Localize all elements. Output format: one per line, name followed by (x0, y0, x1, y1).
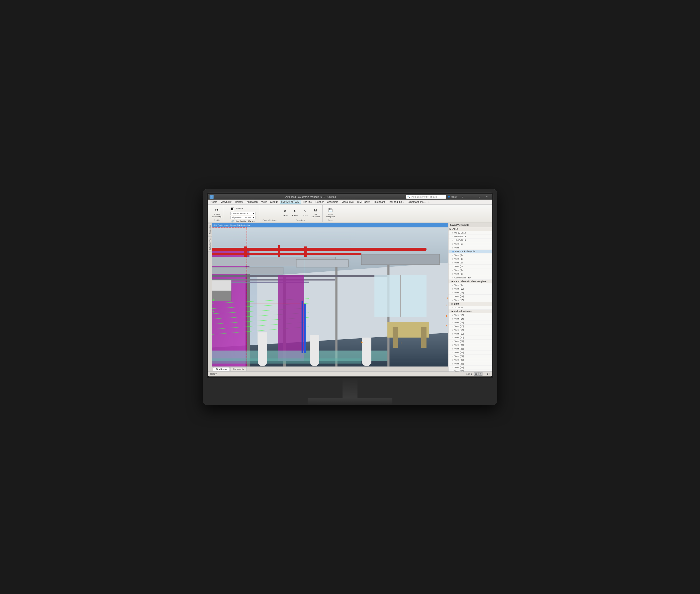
vp-icon: ○ (452, 291, 453, 294)
svg-rect-46 (302, 301, 303, 353)
vp-item[interactable]: ○View (17) (448, 321, 492, 325)
menu-export-addins[interactable]: Export add-ins 1 (406, 200, 427, 204)
vp-item[interactable]: ○View (448, 246, 492, 250)
vp-item[interactable]: ○View (28) (448, 369, 492, 371)
menu-render[interactable]: Render (314, 200, 325, 204)
vp-folder[interactable]: ▶.P01B (448, 227, 492, 231)
menu-bim-track[interactable]: BIM Track® (356, 200, 371, 204)
ribbon: ✂ EnableSectioning Enable ◧ (208, 205, 492, 223)
menu-visual-live[interactable]: Visual Live (340, 200, 355, 204)
enable-sectioning-button[interactable]: ✂ EnableSectioning (211, 206, 222, 219)
maximize-button[interactable]: □ (476, 195, 483, 199)
menu-sectioning-tools[interactable]: Sectioning Tools (280, 200, 301, 204)
vp-item[interactable]: ○View (9) (448, 284, 492, 287)
menu-home[interactable]: Home (209, 200, 219, 204)
save-viewpoint-button[interactable]: 💾 SaveViewpoint (325, 206, 336, 219)
vp-folder[interactable]: ▶Shift (448, 302, 492, 306)
vp-item[interactable]: ○View (23) (448, 347, 492, 351)
menu-animation[interactable]: Animation (245, 200, 259, 204)
planes-button[interactable]: ◧ Planes ▾ (229, 206, 244, 211)
vp-icon: ○ (452, 232, 453, 234)
vp-item[interactable]: ○View (26) (448, 362, 492, 366)
vp-item[interactable]: ○View (19) (448, 332, 492, 336)
monitor: N Autodesk Navisworks Manage 2019 - Unti… (203, 189, 497, 405)
vp-item[interactable]: ○View (21) (448, 339, 492, 343)
vp-item[interactable]: ○View (16) (448, 325, 492, 328)
list-view-button[interactable]: ≡ (478, 372, 482, 376)
menu-tool-addins[interactable]: Tool add-ins 1 (387, 200, 405, 204)
vp-item[interactable]: ○View (20) (448, 336, 492, 339)
vp-item[interactable]: ○3D View (448, 306, 492, 309)
vp-icon: ◉ (452, 250, 454, 253)
vp-item[interactable]: ○View (7) (448, 265, 492, 268)
vp-item[interactable]: ○View (11) (448, 291, 492, 295)
menu-bluebeam[interactable]: Bluebeam (372, 200, 387, 204)
help-button[interactable]: ? (459, 195, 466, 199)
vp-item[interactable]: ○09-19-2019 (448, 231, 492, 235)
sidebar-tab-selection-tree[interactable]: Selection Tree (208, 236, 212, 252)
menu-assemble[interactable]: Assemble (326, 200, 339, 204)
menu-output[interactable]: Output (269, 200, 279, 204)
viewpoints-list[interactable]: ▶.P01B○09-19-2019○09-26-2019○10-10-2019○… (448, 227, 492, 371)
menu-viewpoint[interactable]: Viewpoint (219, 200, 233, 204)
fit-selection-icon: ⊡ (312, 206, 319, 213)
status-bar: Ready 1 of 1 ▦ ≡ — ℹ + (208, 371, 492, 376)
svg-rect-47 (304, 304, 306, 353)
vp-item[interactable]: ◉BIM Track Viewpoint (448, 250, 492, 254)
vp-label: View (12) (454, 295, 464, 298)
ribbon-group-planes-settings: Planes Settings (261, 205, 278, 222)
vp-label: View (16) (454, 325, 464, 328)
alignment-dropdown[interactable]: Alignment: "Custom" ▾ (230, 216, 256, 219)
vp-label: View (8) (454, 273, 463, 275)
vp-icon: ○ (452, 284, 453, 287)
minimize-button[interactable]: — (468, 195, 475, 199)
tab-find-items[interactable]: Find Items (213, 367, 230, 371)
vp-item[interactable]: ○View (27) (448, 366, 492, 369)
vp-item[interactable]: ○View (10) (448, 287, 492, 291)
vp-item[interactable]: ○View (24) (448, 355, 492, 358)
vp-item[interactable]: ○View (22) (448, 351, 492, 355)
vp-label: View (20) (454, 344, 464, 346)
vp-folder[interactable]: ▶Validation Views (448, 309, 492, 314)
tab-comments[interactable]: Comments (230, 367, 247, 371)
current-plane-dropdown[interactable]: Current: Plane 2 ▾ (230, 212, 256, 215)
vp-item[interactable]: ○View (15) (448, 314, 492, 317)
grid-view-button[interactable]: ▦ (474, 372, 478, 376)
vp-item[interactable]: ○View (5) (448, 261, 492, 265)
svg-rect-29 (278, 275, 304, 361)
sidebar-tab-properties[interactable]: Properties (208, 224, 212, 235)
link-section-planes-button[interactable]: 🔗 Link Section Planes (230, 220, 256, 223)
vp-item[interactable]: ○View (1) (448, 242, 492, 246)
close-button[interactable]: ✕ (484, 195, 491, 199)
vp-item[interactable]: ○10-10-2019 (448, 238, 492, 242)
alignment-value: Alignment: "Custom" (232, 216, 252, 219)
menu-review[interactable]: Review (233, 200, 245, 204)
viewport[interactable]: BIM Track, Issues filtering ON Sectionin… (212, 223, 448, 371)
vp-item[interactable]: ○View (4) (448, 257, 492, 261)
transform-content: ✥ Move ↻ Rotate ⤡ Scale (281, 206, 321, 219)
rotate-button[interactable]: ↻ Rotate (291, 207, 300, 217)
vp-item[interactable]: ○View (20) (448, 343, 492, 347)
vp-item[interactable]: ○09-26-2019 (448, 235, 492, 238)
vp-item[interactable]: ○View (25) (448, 358, 492, 362)
vp-item[interactable]: ○View (6) (448, 268, 492, 272)
fit-selection-button[interactable]: ⊡ FitSelection (310, 206, 321, 219)
svg-rect-33 (258, 332, 267, 363)
vp-item[interactable]: ○View (14) (448, 317, 492, 321)
vp-item[interactable]: ○View (13) (448, 298, 492, 302)
vp-item[interactable]: ○View (12) (448, 295, 492, 298)
move-button[interactable]: ✥ Move (281, 207, 290, 217)
vp-item[interactable]: ○View (3) (448, 254, 492, 257)
vp-label: View (11) (454, 291, 464, 294)
vp-item[interactable]: ○View (18) (448, 328, 492, 332)
vp-folder[interactable]: ▶Z - 3D View w/o View Template (448, 280, 492, 284)
global-search-bar[interactable]: 🔍 Type a keyword or phrase (406, 195, 446, 199)
ribbon-content: ✂ EnableSectioning Enable ◧ (208, 205, 492, 223)
vp-label: View (25) (454, 359, 464, 361)
vp-item[interactable]: ○View (8) (448, 272, 492, 276)
vp-label: BIM Track Viewpoint (455, 250, 475, 253)
menu-bim360[interactable]: BIM 360 (301, 200, 313, 204)
menu-view[interactable]: View (260, 200, 268, 204)
vp-item[interactable]: ○Coordination 3D (448, 276, 492, 280)
scale-button[interactable]: ⤡ Scale (301, 207, 309, 217)
